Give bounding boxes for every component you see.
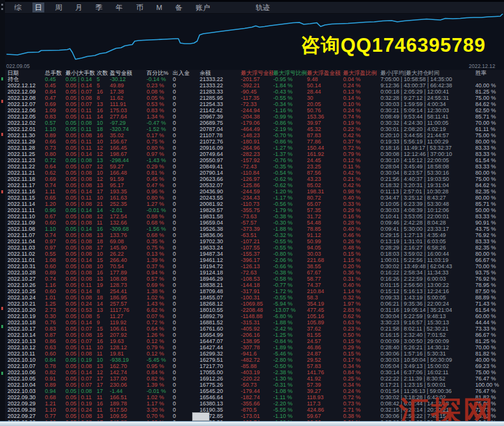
- cell-inout: 0: [173, 251, 200, 257]
- menu-item-综[interactable]: 综: [12, 2, 24, 12]
- table-row[interactable]: 2022.12.080.470.05 | 0.08811.620.05 %021…: [0, 95, 504, 101]
- table-row[interactable]: 2022.11.300.890.05 | 0.081635.020.17 %02…: [0, 132, 504, 138]
- table-row[interactable]: 2022.11.020.550.05 | 0.081026.220.13 %01…: [0, 251, 504, 257]
- table-row[interactable]: 2022.11.100.670.05 | 0.0812172.540.88 %0…: [0, 213, 504, 220]
- table-row[interactable]: 2022.11.150.650.05 | 0.1110161.630.80 %0…: [0, 195, 504, 201]
- cell-count: 13: [97, 276, 110, 282]
- edge-mark: [1, 190, 3, 193]
- table-row[interactable]: 2022.12.090.840.05 | 0.071617.380.08 %02…: [0, 89, 504, 95]
- table-row[interactable]: 2022.12.061.090.05 | 0.1116175.030.83 %0…: [0, 107, 504, 114]
- cell-mdd: -126.13: [241, 263, 273, 269]
- table-row[interactable]: 2022.10.250.600.05 | 0.148254.411.38 %01…: [0, 288, 504, 294]
- cell-mfpp: 0.42 %: [343, 170, 380, 176]
- cell-mfpp: 0.37 %: [343, 138, 380, 145]
- table-row[interactable]: 2022.11.161.110.05 | 0.1417193.350.96 %0…: [0, 188, 504, 195]
- cell-pnl: 252.35: [110, 201, 147, 207]
- cell-mddp: -1.20 %: [273, 188, 307, 195]
- cell-inout: 0: [173, 126, 200, 132]
- table-row[interactable]: 2022.11.030.970.05 | 0.0817145.900.75 %0…: [0, 244, 504, 251]
- menu-item-周[interactable]: 周: [52, 2, 65, 12]
- table-row[interactable]: 2022.11.230.720.05 | 0.0813-298.44-1.43 …: [0, 157, 504, 163]
- table-row[interactable]: 2022.12.050.830.05 | 0.1114277.641.34 %0…: [0, 114, 504, 120]
- cell-pnl: 26.22: [110, 251, 147, 257]
- table-row[interactable]: 2022.10.070.780.05 | 0.0813162.700.95 %0…: [0, 363, 504, 369]
- menu-item-年[interactable]: 年: [114, 2, 126, 12]
- cell-bal: 19659.04: [200, 220, 241, 226]
- table-row[interactable]: 2022.10.280.890.05 | 0.0816177.890.94 %0…: [0, 269, 504, 276]
- equity-chart-area[interactable]: 022.09.05 2022.12.12 咨询QQ1746395789: [5, 14, 504, 70]
- cell-mdd: -482.72: [241, 357, 273, 363]
- cell-lots: 1.21: [45, 400, 65, 407]
- cell-mfpp: 0.74 %: [343, 114, 380, 120]
- table-row[interactable]: 2022.11.070.740.05 | 0.0813133.760.68 %0…: [0, 232, 504, 238]
- table-row[interactable]: 2022.11.210.620.05 | 0.0810166.480.81 %0…: [0, 170, 504, 176]
- table-row[interactable]: 2022.10.040.890.05 | 0.0717230.061.39 %0…: [0, 382, 504, 388]
- cell-bal: 18268.12: [200, 301, 241, 307]
- table-row[interactable]: 2022.11.011.080.05 | 0.1415266.401.39 %0…: [0, 257, 504, 263]
- edge-mark: [1, 133, 3, 136]
- table-row[interactable]: 2022.11.290.660.05 | 0.1110156.670.75 %0…: [0, 138, 504, 145]
- table-row[interactable]: 2022.11.141.200.05 | 0.0821252.351.27 %0…: [0, 201, 504, 207]
- cell-mfp: 117.3: [307, 400, 343, 407]
- table-row[interactable]: 2022.10.120.630.05 | 0.1110128.120.79 %0…: [0, 344, 504, 351]
- menu-item-trajectory[interactable]: 轨迹: [253, 2, 273, 12]
- cell-minmax: 0.05 | 0.08: [65, 132, 97, 138]
- menu-item-备[interactable]: 备: [173, 2, 185, 12]
- table-row[interactable]: 2022.11.110.960.05 | 0.1414-2.01-0.01 %0…: [0, 207, 504, 213]
- table-row[interactable]: 2022.10.190.300.05 | 0.08511.270.07 %016…: [0, 313, 504, 319]
- cell-win: 82.35 %: [475, 188, 504, 195]
- cell-lots: 0.45: [45, 76, 65, 82]
- table-row[interactable]: 2022.11.170.740.05 | 0.081395.170.47 %02…: [0, 182, 504, 188]
- cell-lots: 0.65: [45, 195, 65, 201]
- cell-mddp: -1.72 %: [273, 288, 307, 294]
- table-row[interactable]: 2022.12.011.100.05 | 0.1118-320.74-1.52 …: [0, 126, 504, 132]
- table-row[interactable]: 持仓0.450.05 | 0.145-30.12-0.14 %021333.22…: [0, 76, 504, 82]
- cell-bal: 16892.79: [200, 313, 241, 319]
- table-row[interactable]: 2022.10.261.160.05 | 0.1119128.730.69 %0…: [0, 282, 504, 288]
- table-row[interactable]: 2022.10.060.820.05 | 0.1412142.740.84 %0…: [0, 369, 504, 375]
- cell-mfpp: 0.23 %: [343, 326, 380, 332]
- cell-lots: 0.76: [45, 319, 65, 326]
- table-row[interactable]: 2022.10.110.600.05 | 0.081119.810.12 %01…: [0, 351, 504, 357]
- table-row[interactable]: 2022.10.310.600.05 | 0.081070.540.37 %01…: [0, 263, 504, 269]
- table-row[interactable]: 2022.10.140.870.05 | 0.0815207.921.26 %0…: [0, 332, 504, 338]
- cell-mdd: -405.92: [241, 326, 273, 332]
- cell-bal: 20550.97: [200, 157, 241, 163]
- table-row[interactable]: 2022.10.241.010.05 | 0.0818186.951.02 %0…: [0, 294, 504, 301]
- column-header: 最大浮盈比例: [343, 70, 380, 76]
- cell-minmax: 0.05 | 0.11: [65, 394, 97, 400]
- cell-mdd: -941.6: [241, 351, 273, 357]
- cell-mdd: -72.43: [241, 163, 273, 170]
- table-row[interactable]: 2022.10.130.860.05 | 0.071619.630.12 %01…: [0, 338, 504, 344]
- table-row[interactable]: 2022.12.070.690.05 | 0.0713111.910.53 %0…: [0, 101, 504, 107]
- table-row[interactable]: 2022.10.202.730.05 | 0.53131117.766.62 %…: [0, 307, 504, 313]
- cell-date: 2022.11.14: [7, 201, 45, 207]
- table-row[interactable]: 2022.12.120.450.05 | 0.14549.890.23 %021…: [0, 82, 504, 89]
- cell-count: 12: [97, 369, 110, 375]
- cell-count: 8: [97, 288, 110, 294]
- edge-mark: [1, 77, 3, 80]
- menu-item-日[interactable]: 日: [32, 2, 45, 12]
- menu-item-账户[interactable]: 账户: [193, 2, 213, 12]
- table-row[interactable]: 2022.10.180.760.05 | 0.149119.920.72 %01…: [0, 319, 504, 326]
- table-row[interactable]: 2022.10.170.830.05 | 0.0715106.610.64 %0…: [0, 326, 504, 332]
- table-row[interactable]: 2022.10.050.910.05 | 0.0717137.000.82 %0…: [0, 375, 504, 382]
- menu-item-月[interactable]: 月: [73, 2, 85, 12]
- table-row[interactable]: 2022.11.250.800.05 | 0.1412198.670.97 %0…: [0, 151, 504, 157]
- table-row[interactable]: 2022.10.270.740.05 | 0.0813108.080.57 %0…: [0, 276, 504, 282]
- table-row[interactable]: 2022.10.211.250.05 | 0.2414257.571.43 %0…: [0, 301, 504, 307]
- table-row[interactable]: 2022.11.090.600.05 | 0.0811132.660.68 %0…: [0, 220, 504, 226]
- table-row[interactable]: 2022.11.040.970.05 | 0.081869.080.35 %01…: [0, 238, 504, 244]
- cell-mddp: -2.06 %: [273, 257, 307, 263]
- table-row[interactable]: 2022.11.180.690.05 | 0.081291.590.45 %02…: [0, 176, 504, 182]
- table-row[interactable]: 2022.10.100.840.05 | 0.1910-938.19-5.45 …: [0, 357, 504, 363]
- cell-minmax: 0.05 | 0.08: [65, 263, 97, 269]
- menu-item-季[interactable]: 季: [93, 2, 105, 12]
- cell-win: 73.33 %: [475, 326, 504, 332]
- table-row[interactable]: 2022.11.280.730.05 | 0.1112166.450.80 %0…: [0, 145, 504, 151]
- menu-item-币[interactable]: 币: [133, 2, 146, 12]
- menu-item-M[interactable]: M: [154, 2, 165, 12]
- table-row[interactable]: 2022.12.020.570.05 | 0.0810-97.29-0.47 %…: [0, 120, 504, 126]
- table-row[interactable]: 2022.11.220.640.05 | 0.071259.270.29 %02…: [0, 163, 504, 170]
- table-row[interactable]: 2022.11.081.100.05 | 0.1416-309.68-1.56 …: [0, 226, 504, 232]
